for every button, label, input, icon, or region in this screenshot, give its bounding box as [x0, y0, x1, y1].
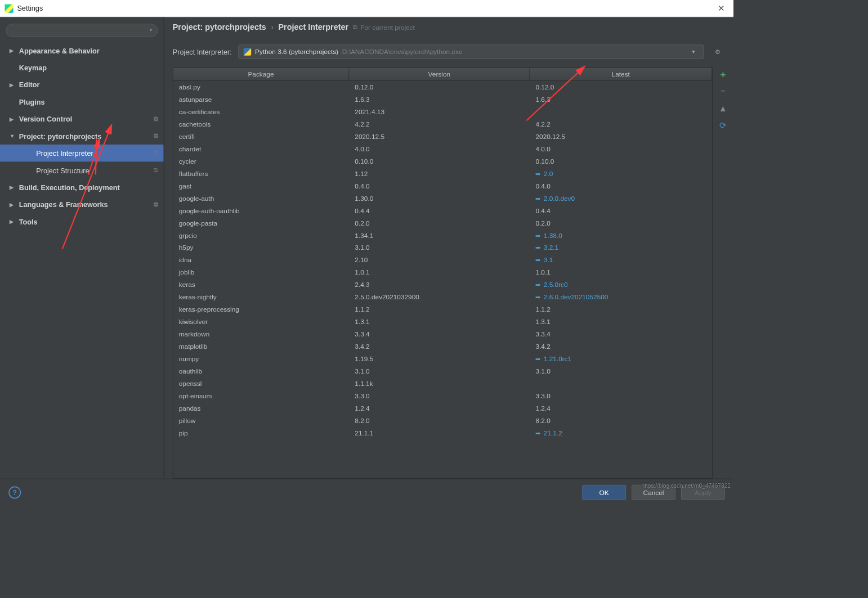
interpreter-row: Project Interpreter: Python 3.6 (pytorch…: [173, 40, 733, 68]
header-latest[interactable]: Latest: [530, 68, 712, 80]
table-row[interactable]: markdown3.3.43.3.4: [173, 328, 712, 340]
table-row[interactable]: keras-nightly2.5.0.dev2021032900➡2.6.0.d…: [173, 291, 712, 303]
table-row[interactable]: pip21.1.1➡21.1.2: [173, 427, 712, 439]
reload-button[interactable]: ⟳: [717, 119, 730, 132]
sidebar-item-project-structure[interactable]: Project Structure⧉: [0, 161, 164, 178]
table-row[interactable]: keras-preprocessing1.1.21.1.2: [173, 303, 712, 316]
table-row[interactable]: flatbuffers1.12➡2.0: [173, 167, 712, 179]
gear-button[interactable]: ⚙: [710, 44, 724, 59]
table-row[interactable]: ca-certificates2021.4.13: [173, 106, 712, 118]
table-row[interactable]: gast0.4.00.4.0: [173, 179, 712, 192]
table-row[interactable]: google-pasta0.2.00.2.0: [173, 217, 712, 229]
sidebar-item-project-pytorchprojects[interactable]: ▼Project: pytorchprojects⧉: [0, 127, 164, 144]
table-row[interactable]: keras2.4.3➡2.5.0rc0: [173, 278, 712, 291]
table-row[interactable]: opt-einsum3.3.03.3.0: [173, 390, 712, 402]
sidebar-item-appearance-behavior[interactable]: ▶Appearance & Behavior: [0, 42, 164, 59]
sidebar-item-label: Appearance & Behavior: [19, 46, 100, 54]
interpreter-select[interactable]: Python 3.6 (pytorchprojects) D:\ANACONDA…: [239, 44, 704, 59]
table-row[interactable]: astunparse1.6.31.6.3: [173, 93, 712, 106]
cell-package: joblib: [173, 266, 350, 278]
cell-latest: 0.2.0: [530, 217, 712, 229]
sidebar-item-build-execution-deployment[interactable]: ▶Build, Execution, Deployment: [0, 179, 164, 196]
package-table[interactable]: Package Version Latest absl-py0.12.00.12…: [173, 68, 713, 479]
sidebar-item-editor[interactable]: ▶Editor: [0, 76, 164, 93]
table-row[interactable]: cycler0.10.00.10.0: [173, 155, 712, 167]
table-row[interactable]: pillow8.2.08.2.0: [173, 415, 712, 427]
python-icon: [244, 48, 252, 56]
chevron-down-icon[interactable]: ▼: [688, 49, 699, 54]
cell-latest: 1.3.1: [530, 316, 712, 328]
table-row[interactable]: kiwisolver1.3.11.3.1: [173, 316, 712, 328]
cell-package: keras-nightly: [173, 291, 350, 303]
cell-package: google-auth: [173, 192, 350, 204]
cell-version: 3.3.4: [349, 328, 530, 340]
table-row[interactable]: joblib1.0.11.0.1: [173, 266, 712, 278]
table-header: Package Version Latest: [173, 68, 712, 81]
table-row[interactable]: oauthlib3.1.03.1.0: [173, 365, 712, 377]
cell-latest: 0.4.0: [530, 179, 712, 192]
cell-package: idna: [173, 254, 350, 266]
sidebar-item-label: Version Control: [19, 115, 72, 123]
sidebar-item-languages-frameworks[interactable]: ▶Languages & Frameworks⧉: [0, 196, 164, 213]
cell-package: kiwisolver: [173, 316, 350, 328]
table-row[interactable]: absl-py0.12.00.12.0: [173, 81, 712, 93]
add-package-button[interactable]: +: [717, 68, 730, 81]
header-version[interactable]: Version: [349, 68, 530, 80]
search-input[interactable]: [6, 24, 158, 37]
remove-package-button[interactable]: −: [717, 84, 730, 98]
cell-latest: 1.1.2: [530, 303, 712, 316]
sidebar-item-version-control[interactable]: ▶Version Control⧉: [0, 110, 164, 127]
cell-version: 0.4.0: [349, 179, 530, 192]
cell-version: 1.19.5: [349, 353, 530, 365]
cell-package: certifi: [173, 131, 350, 143]
table-row[interactable]: cachetools4.2.24.2.2: [173, 118, 712, 131]
sidebar-item-tools[interactable]: ▶Tools: [0, 213, 164, 230]
cell-package: markdown: [173, 328, 350, 340]
chevron-right-icon: ▶: [10, 82, 16, 88]
cell-package: google-auth-oauthlib: [173, 204, 350, 217]
watermark: https://blog.csdn.net/m0_47467322: [641, 483, 730, 489]
table-row[interactable]: google-auth-oauthlib0.4.40.4.4: [173, 204, 712, 217]
cell-version: 0.10.0: [349, 155, 530, 167]
update-arrow-icon: ➡: [535, 232, 540, 239]
header-package[interactable]: Package: [173, 68, 350, 80]
sidebar-item-plugins[interactable]: Plugins: [0, 93, 164, 110]
table-row[interactable]: openssl1.1.1k: [173, 377, 712, 390]
search-dropdown-icon[interactable]: ▾: [150, 27, 152, 32]
table-row[interactable]: chardet4.0.04.0.0: [173, 143, 712, 155]
cell-version: 3.4.2: [349, 340, 530, 353]
close-icon[interactable]: ✕: [714, 3, 728, 14]
copy-icon: ⧉: [154, 201, 158, 209]
cell-package: pip: [173, 427, 350, 439]
table-row[interactable]: grpcio1.34.1➡1.38.0: [173, 229, 712, 241]
sidebar-item-label: Project Interpreter: [36, 149, 93, 157]
cell-version: 2.4.3: [349, 278, 530, 291]
table-row[interactable]: h5py3.1.0➡3.2.1: [173, 241, 712, 254]
table-row[interactable]: google-auth1.30.0➡2.0.0.dev0: [173, 192, 712, 204]
cell-latest: 8.2.0: [530, 415, 712, 427]
cell-latest: 3.4.2: [530, 340, 712, 353]
cell-latest: 0.12.0: [530, 81, 712, 93]
cell-latest: ➡2.0: [530, 167, 712, 179]
copy-icon: ⧉: [154, 115, 158, 123]
table-row[interactable]: matplotlib3.4.23.4.2: [173, 340, 712, 353]
sidebar-item-label: Tools: [19, 218, 38, 226]
sidebar-item-label: Keymap: [19, 64, 47, 71]
ok-button[interactable]: OK: [582, 484, 626, 500]
cell-version: 1.34.1: [349, 229, 530, 241]
upgrade-package-button[interactable]: ▲: [717, 102, 730, 115]
cell-latest: ➡3.1: [530, 254, 712, 266]
table-row[interactable]: pandas1.2.41.2.4: [173, 402, 712, 415]
cell-version: 0.12.0: [349, 81, 530, 93]
help-button[interactable]: ?: [8, 486, 21, 498]
update-arrow-icon: ➡: [535, 429, 540, 437]
cell-package: cycler: [173, 155, 350, 167]
sidebar-item-keymap[interactable]: Keymap: [0, 59, 164, 76]
table-row[interactable]: numpy1.19.5➡1.21.0rc1: [173, 353, 712, 365]
sidebar-item-project-interpreter[interactable]: Project Interpreter⧉: [0, 145, 164, 161]
cell-package: cachetools: [173, 118, 350, 131]
cell-latest: 1.6.3: [530, 93, 712, 106]
cell-latest: ➡2.6.0.dev2021052500: [530, 291, 712, 303]
table-row[interactable]: certifi2020.12.52020.12.5: [173, 131, 712, 143]
table-row[interactable]: idna2.10➡3.1: [173, 254, 712, 266]
